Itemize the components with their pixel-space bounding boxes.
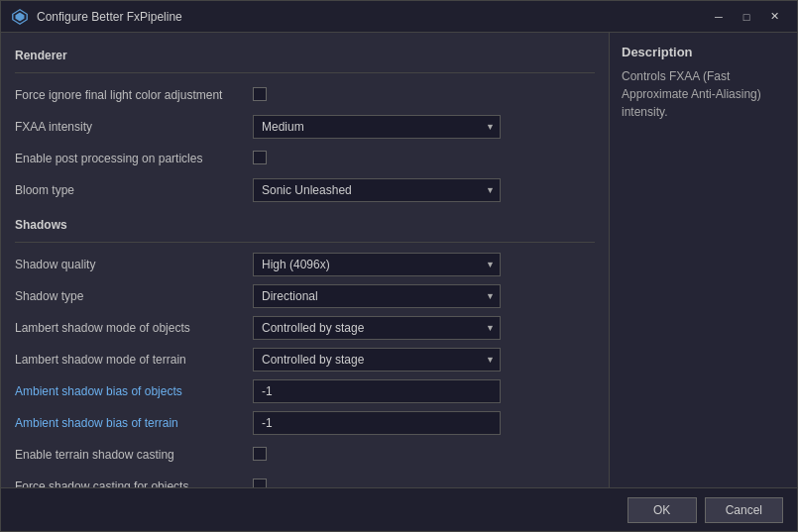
bloom-type-control: Sonic Unleashed Default None — [253, 178, 595, 202]
enable-post-processing-control — [253, 151, 595, 167]
main-panel: Renderer Force ignore final light color … — [1, 33, 609, 487]
ambient-terrain-label: Ambient shadow bias of terrain — [15, 416, 253, 430]
renderer-divider — [15, 72, 595, 73]
enable-terrain-shadow-row: Enable terrain shadow casting — [15, 443, 595, 467]
enable-post-processing-row: Enable post processing on particles — [15, 147, 595, 170]
bloom-type-row: Bloom type Sonic Unleashed Default None — [15, 178, 595, 202]
shadows-divider — [15, 242, 595, 243]
lambert-objects-control: Controlled by stage Controlled stage Alw… — [253, 316, 595, 340]
lambert-terrain-label: Lambert shadow mode of terrain — [15, 353, 253, 367]
enable-terrain-shadow-checkbox[interactable] — [253, 447, 267, 461]
force-ignore-checkbox[interactable] — [253, 87, 267, 101]
window-controls: ─ □ ✕ — [706, 7, 787, 27]
bloom-type-label: Bloom type — [15, 183, 253, 197]
ambient-objects-input[interactable] — [253, 379, 501, 403]
dialog-footer: OK Cancel — [1, 487, 797, 531]
shadow-type-label: Shadow type — [15, 289, 253, 303]
ambient-terrain-input[interactable] — [253, 411, 501, 435]
minimize-button[interactable]: ─ — [706, 7, 732, 27]
fxaa-intensity-control: Low Medium High Ultra — [253, 115, 595, 139]
title-bar: Configure Better FxPipeline ─ □ ✕ — [1, 1, 797, 33]
lambert-terrain-control: Controlled by stage Controlled stage Alw… — [253, 348, 595, 372]
force-ignore-control — [253, 87, 595, 104]
description-panel: Description Controls FXAA (Fast Approxim… — [609, 33, 797, 487]
force-shadow-casting-checkbox[interactable] — [253, 479, 267, 488]
dialog-window: Configure Better FxPipeline ─ □ ✕ Render… — [0, 0, 798, 532]
svg-marker-1 — [16, 12, 25, 21]
maximize-button[interactable]: □ — [734, 7, 759, 27]
shadow-quality-label: Shadow quality — [15, 258, 253, 271]
ok-button[interactable]: OK — [627, 497, 697, 523]
description-title: Description — [622, 45, 785, 59]
close-button[interactable]: ✕ — [761, 7, 787, 27]
lambert-objects-select-wrapper: Controlled by stage Controlled stage Alw… — [253, 316, 501, 340]
fxaa-intensity-label: FXAA intensity — [15, 120, 253, 134]
enable-terrain-shadow-control — [253, 447, 595, 464]
shadow-quality-select-wrapper: Low (512x) Medium (1024x) High (4096x) U… — [253, 253, 501, 276]
lambert-objects-label: Lambert shadow mode of objects — [15, 321, 253, 335]
fxaa-intensity-select-wrapper: Low Medium High Ultra — [253, 115, 501, 139]
fxaa-intensity-row: FXAA intensity Low Medium High Ultra — [15, 115, 595, 139]
force-ignore-label: Force ignore final light color adjustmen… — [15, 88, 253, 102]
description-text: Controls FXAA (Fast Approximate Anti-Ali… — [622, 67, 785, 121]
force-shadow-casting-row: Force shadow casting for objects — [15, 475, 595, 487]
shadow-quality-row: Shadow quality Low (512x) Medium (1024x)… — [15, 253, 595, 276]
enable-post-processing-label: Enable post processing on particles — [15, 152, 253, 165]
renderer-section-header: Renderer — [15, 49, 595, 62]
lambert-objects-select[interactable]: Controlled by stage Controlled stage Alw… — [253, 316, 501, 340]
ambient-objects-row: Ambient shadow bias of objects — [15, 379, 595, 403]
dialog-body: Renderer Force ignore final light color … — [1, 33, 797, 487]
lambert-terrain-row: Lambert shadow mode of terrain Controlle… — [15, 348, 595, 372]
shadow-type-select-wrapper: Directional Omnidirectional — [253, 284, 501, 308]
lambert-objects-row: Lambert shadow mode of objects Controlle… — [15, 316, 595, 340]
ambient-objects-control — [253, 379, 595, 403]
bloom-type-select-wrapper: Sonic Unleashed Default None — [253, 178, 501, 202]
cancel-button[interactable]: Cancel — [705, 497, 783, 523]
force-shadow-casting-control — [253, 479, 595, 488]
ambient-objects-label: Ambient shadow bias of objects — [15, 384, 253, 398]
lambert-terrain-select[interactable]: Controlled by stage Controlled stage Alw… — [253, 348, 501, 372]
shadow-type-row: Shadow type Directional Omnidirectional — [15, 284, 595, 308]
shadow-type-select[interactable]: Directional Omnidirectional — [253, 284, 501, 308]
ambient-terrain-row: Ambient shadow bias of terrain — [15, 411, 595, 435]
dialog-title: Configure Better FxPipeline — [37, 10, 698, 24]
shadows-section-header: Shadows — [15, 218, 595, 232]
force-shadow-casting-label: Force shadow casting for objects — [15, 479, 253, 487]
enable-terrain-shadow-label: Enable terrain shadow casting — [15, 448, 253, 462]
lambert-terrain-select-wrapper: Controlled by stage Controlled stage Alw… — [253, 348, 501, 372]
fxaa-intensity-select[interactable]: Low Medium High Ultra — [253, 115, 501, 139]
shadow-quality-control: Low (512x) Medium (1024x) High (4096x) U… — [253, 253, 595, 276]
ambient-terrain-control — [253, 411, 595, 435]
shadow-type-control: Directional Omnidirectional — [253, 284, 595, 308]
force-ignore-row: Force ignore final light color adjustmen… — [15, 83, 595, 107]
shadow-quality-select[interactable]: Low (512x) Medium (1024x) High (4096x) U… — [253, 253, 501, 276]
app-icon — [11, 8, 29, 26]
bloom-type-select[interactable]: Sonic Unleashed Default None — [253, 178, 501, 202]
enable-post-processing-checkbox[interactable] — [253, 151, 267, 164]
